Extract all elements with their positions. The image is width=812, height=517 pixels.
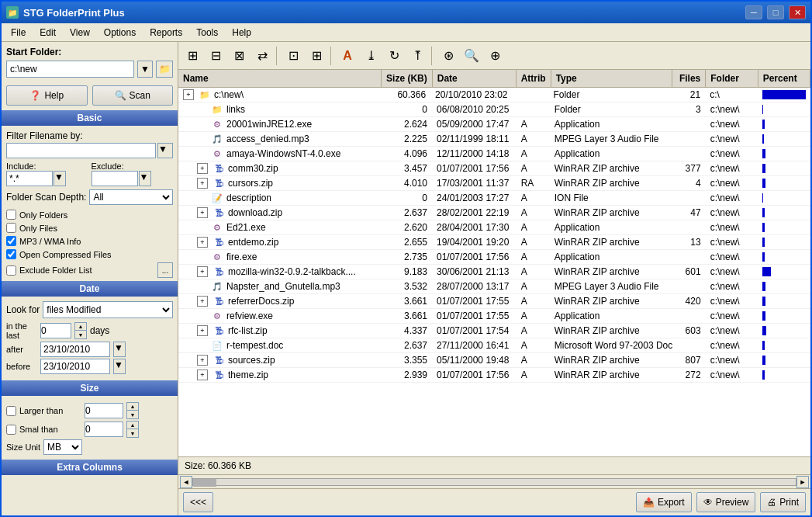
open-compressed-checkbox[interactable] [6,249,16,259]
larger-than-input[interactable] [85,403,123,418]
toolbar-btn-add[interactable]: ⊕ [484,45,506,67]
toolbar-btn-4[interactable]: ⇄ [251,45,273,67]
menu-edit[interactable]: Edit [33,26,62,40]
filter-filename-input[interactable] [6,143,156,158]
exclude-folder-checkbox[interactable] [6,265,16,276]
table-row[interactable]: + 🗜 comm30.zip 3.457 01/07/2001 17:56 A … [178,161,810,176]
expand-icon[interactable]: + [197,296,208,307]
col-header-percent[interactable]: Percent [758,70,810,87]
menu-tools[interactable]: Tools [190,26,224,40]
scrollbar-track[interactable] [192,478,796,486]
close-button[interactable]: ✕ [789,5,806,19]
maximize-button[interactable]: □ [767,5,784,19]
table-row[interactable]: 📁 links 0 06/08/2010 20:25 Folder 3 c:\n… [178,102,810,117]
smaller-than-input[interactable] [85,422,123,437]
larger-than-spinner[interactable]: ▲ ▼ [126,402,139,419]
include-input[interactable] [6,171,53,186]
table-row[interactable]: + 📁 c:\new\ 60.366 20/10/2010 23:02 Fold… [178,88,810,102]
menu-file[interactable]: File [5,26,32,40]
folder-path-input[interactable] [6,61,134,78]
larger-spin-up-icon[interactable]: ▲ [127,403,138,411]
before-date-dropdown[interactable]: ▼ [113,359,126,374]
in-the-last-input[interactable] [40,323,71,338]
table-row[interactable]: ⚙ refview.exe 3.661 01/07/2001 17:55 A A… [178,309,810,324]
toolbar-btn-font[interactable]: A [337,45,358,67]
table-row[interactable]: 🎵 Napster_and_Gnutella.mp3 3.532 28/07/2… [178,279,810,294]
expand-icon[interactable]: + [197,355,208,366]
toolbar-btn-search[interactable]: 🔍 [461,45,482,67]
toolbar-btn-6[interactable]: ⊞ [306,45,327,67]
larger-spin-down-icon[interactable]: ▼ [127,411,138,418]
help-button[interactable]: ❓ Help [6,85,88,106]
table-row[interactable]: + 🗜 mozilla-win32-0.9.2-talkback.... 9.1… [178,265,810,279]
scrollbar-thumb[interactable] [193,479,216,487]
spin-up-icon[interactable]: ▲ [75,323,86,331]
mp3-wma-checkbox[interactable] [6,236,16,246]
include-dropdown[interactable]: ▼ [54,171,66,186]
look-for-select[interactable]: files Modified files Created files Acces… [43,301,173,318]
print-button[interactable]: 🖨 Print [760,492,806,512]
menu-reports[interactable]: Reports [143,26,188,40]
table-row[interactable]: ⚙ fire.exe 2.735 01/07/2001 17:56 A Appl… [178,250,810,265]
only-folders-checkbox[interactable] [6,210,16,220]
expand-icon[interactable]: + [197,163,208,174]
exclude-dropdown[interactable]: ▼ [139,171,151,186]
toolbar-btn-export[interactable]: ⤓ [360,45,382,67]
toolbar-btn-refresh[interactable]: ↻ [383,45,405,67]
toolbar-btn-2[interactable]: ⊟ [205,45,226,67]
exclude-input[interactable] [92,171,138,186]
table-row[interactable]: + 🗜 referrerDocs.zip 3.661 01/07/2001 17… [178,294,810,309]
toolbar-btn-1[interactable]: ⊞ [181,45,203,67]
table-row[interactable]: + 🗜 sources.zip 3.355 05/11/2000 19:48 A… [178,353,810,368]
col-header-files[interactable]: Files [672,70,706,87]
nav-back-button[interactable]: <<< [183,492,213,512]
export-button[interactable]: 📤 Export [636,492,692,512]
expand-icon[interactable]: + [197,325,208,336]
col-header-date[interactable]: Date [433,70,517,87]
size-unit-select[interactable]: MB KB GB [43,439,82,455]
expand-icon[interactable]: + [197,237,208,248]
smaller-spin-down-icon[interactable]: ▼ [127,429,138,437]
col-header-folder[interactable]: Folder [706,70,758,87]
col-header-attrib[interactable]: Attrib [517,70,551,87]
smaller-than-checkbox[interactable] [6,425,16,435]
folder-dropdown-btn[interactable]: ▼ [137,61,153,78]
filter-filename-dropdown[interactable]: ▼ [157,143,173,158]
exclude-folder-browse-btn[interactable]: ... [157,262,173,278]
after-date-input[interactable] [40,342,110,357]
toolbar-btn-settings[interactable]: ⊛ [437,45,459,67]
expand-icon[interactable]: + [183,89,194,100]
preview-button[interactable]: 👁 Preview [696,492,756,512]
scan-button[interactable]: 🔍 Scan [92,85,174,106]
minimize-button[interactable]: ─ [745,5,762,19]
only-files-checkbox[interactable] [6,223,16,233]
col-header-type[interactable]: Type [551,70,673,87]
larger-than-checkbox[interactable] [6,406,16,416]
table-row[interactable]: 🎵 access_denied.mp3 2.225 02/11/1999 18:… [178,132,810,147]
expand-icon[interactable]: + [197,178,208,189]
menu-help[interactable]: Help [226,26,257,40]
menu-view[interactable]: View [64,26,96,40]
table-row[interactable]: 📄 r-tempest.doc 2.637 27/11/2000 16:41 A… [178,338,810,353]
menu-options[interactable]: Options [98,26,142,40]
toolbar-btn-3[interactable]: ⊠ [228,45,250,67]
toolbar-btn-5[interactable]: ⊡ [282,45,304,67]
table-row[interactable]: + 🗜 theme.zip 2.939 01/07/2001 17:56 A W… [178,368,810,383]
table-row[interactable]: ⚙ amaya-WindowsNT-4.0.exe 4.096 12/11/20… [178,147,810,161]
table-row[interactable]: + 🗜 cursors.zip 4.010 17/03/2001 11:37 R… [178,176,810,191]
spin-down-icon[interactable]: ▼ [75,331,86,338]
expand-icon[interactable]: + [197,207,208,218]
depth-select[interactable]: All 1 2 3 [89,189,173,205]
col-header-name[interactable]: Name [178,70,382,87]
scroll-right-btn[interactable]: ► [796,476,809,488]
table-row[interactable]: ⚙ 20001winJRE12.exe 2.624 05/09/2000 17:… [178,117,810,132]
col-header-size[interactable]: Size (KB) [382,70,433,87]
before-date-input[interactable] [40,359,110,374]
table-row[interactable]: + 🗜 download.zip 2.637 28/02/2001 22:19 … [178,206,810,220]
table-row[interactable]: ⚙ Ed21.exe 2.620 28/04/2001 17:30 A Appl… [178,220,810,235]
after-date-dropdown[interactable]: ▼ [113,342,126,357]
smaller-spin-up-icon[interactable]: ▲ [127,422,138,429]
table-row[interactable]: + 🗜 entdemo.zip 2.655 19/04/2001 19:20 A… [178,235,810,250]
horizontal-scrollbar[interactable]: ◄ ► [178,474,810,488]
in-the-last-spinner[interactable]: ▲ ▼ [74,322,87,339]
